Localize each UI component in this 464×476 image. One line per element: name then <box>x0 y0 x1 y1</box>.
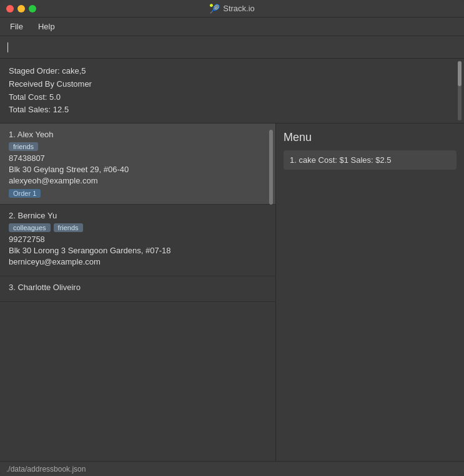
summary-line3: Total Cost: 5.0 <box>9 91 455 104</box>
search-bar <box>0 36 464 59</box>
app-icon: 🎾 <box>209 4 220 14</box>
left-panel-scrollbar-thumb <box>269 130 273 205</box>
contact-phone: 87438807 <box>9 153 267 163</box>
contact-email: alexyeoh@example.com <box>9 176 267 185</box>
minimize-button[interactable] <box>17 5 25 12</box>
contact-name: 1. Alex Yeoh <box>9 130 267 139</box>
maximize-button[interactable] <box>29 5 36 12</box>
summary-line2: Received By Customer <box>9 78 455 91</box>
summary-scrollbar[interactable] <box>458 61 462 120</box>
status-path: ./data/addressbook.json <box>6 465 86 474</box>
tag-friends: friends <box>54 223 83 232</box>
summary-panel: Staged Order: cake,5 Received By Custome… <box>0 59 464 124</box>
menu-file[interactable]: File <box>7 21 26 32</box>
traffic-lights <box>6 5 36 12</box>
menu-help[interactable]: Help <box>36 21 57 32</box>
contact-item[interactable]: 2. Bernice Yu colleagues friends 9927275… <box>0 205 275 276</box>
contact-tags: friends <box>9 142 267 151</box>
summary-scrollbar-thumb <box>458 61 462 86</box>
contact-phone: 99272758 <box>9 235 267 244</box>
contact-address: Blk 30 Lorong 3 Serangoon Gardens, #07-1… <box>9 246 267 255</box>
summary-line4: Total Sales: 12.5 <box>9 104 455 117</box>
tag-friends: friends <box>9 142 38 151</box>
contact-item[interactable]: 3. Charlotte Oliveiro <box>0 276 275 302</box>
contact-tags: colleagues friends <box>9 223 267 232</box>
title-bar: 🎾 Strack.io <box>0 0 464 17</box>
left-panel-scrollbar[interactable] <box>269 124 273 473</box>
tag-colleagues: colleagues <box>9 223 51 232</box>
contact-name: 3. Charlotte Oliveiro <box>9 283 267 292</box>
main-content: 1. Alex Yeoh friends 87438807 Blk 30 Gey… <box>0 124 464 473</box>
menu-bar: File Help <box>0 17 464 36</box>
contact-email: berniceyu@example.com <box>9 257 267 266</box>
status-bar: ./data/addressbook.json <box>0 461 464 476</box>
menu-entry: 1. cake Cost: $1 Sales: $2.5 <box>284 150 457 170</box>
search-input[interactable] <box>8 42 457 52</box>
contact-item[interactable]: 1. Alex Yeoh friends 87438807 Blk 30 Gey… <box>0 124 275 205</box>
right-panel-title: Menu <box>284 131 457 144</box>
contact-list[interactable]: 1. Alex Yeoh friends 87438807 Blk 30 Gey… <box>0 124 276 473</box>
contact-name: 2. Bernice Yu <box>9 211 267 220</box>
summary-line1: Staged Order: cake,5 <box>9 65 455 78</box>
right-panel: Menu 1. cake Cost: $1 Sales: $2.5 <box>276 124 464 473</box>
window-title: 🎾 Strack.io <box>209 4 255 14</box>
close-button[interactable] <box>6 5 14 12</box>
contact-address: Blk 30 Geylang Street 29, #06-40 <box>9 165 267 174</box>
order-badge: Order 1 <box>9 189 41 198</box>
